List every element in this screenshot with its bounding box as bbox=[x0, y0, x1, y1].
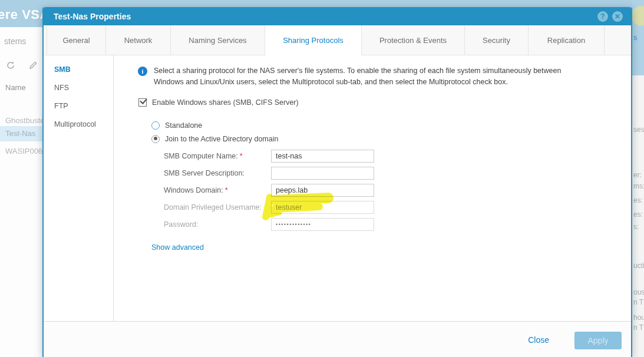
windows-domain-input[interactable] bbox=[271, 184, 374, 197]
windows-domain-label: Windows Domain:* bbox=[164, 186, 271, 194]
bg-text-fragment: ous bbox=[633, 288, 644, 296]
enable-smb-checkbox[interactable] bbox=[138, 98, 147, 107]
form-row-computer-name: SMB Computer Name:* bbox=[164, 148, 617, 165]
bg-text-fragment: ses bbox=[633, 125, 644, 134]
bg-text-fragment: er: bbox=[633, 171, 642, 179]
server-description-input[interactable] bbox=[271, 167, 374, 180]
page-title-fragment: stems bbox=[4, 37, 26, 46]
domain-mode-radio-group: Standalone Join to the Active Directory … bbox=[151, 121, 617, 143]
table-row-selected[interactable]: Test-Nas bbox=[0, 126, 42, 141]
name-column-header: Name bbox=[5, 83, 26, 92]
dialog-title: Test-Nas Properties bbox=[54, 12, 131, 21]
form-row-windows-domain: Windows Domain:* bbox=[164, 182, 617, 199]
bg-text-fragment: es: bbox=[633, 196, 643, 204]
dialog-footer: Close Apply bbox=[44, 321, 631, 357]
tab-naming-services[interactable]: Naming Services bbox=[171, 25, 265, 55]
smb-form: SMB Computer Name:* SMB Server Descripti… bbox=[164, 148, 617, 233]
tab-security[interactable]: Security bbox=[465, 25, 529, 55]
radio-standalone-label: Standalone bbox=[165, 121, 202, 130]
bg-text-fragment: ucti bbox=[633, 262, 644, 270]
computer-name-label: SMB Computer Name:* bbox=[164, 152, 271, 160]
form-row-privileged-username: Domain Privileged Username: bbox=[164, 199, 617, 216]
enable-smb-label: Enable Windows shares (SMB, CIFS Server) bbox=[152, 98, 299, 107]
help-icon[interactable]: ? bbox=[597, 11, 608, 22]
protocol-subnav: SMB NFS FTP Multiprotocol bbox=[44, 55, 114, 321]
required-asterisk: * bbox=[225, 186, 228, 194]
apply-button[interactable]: Apply bbox=[574, 332, 622, 349]
background-left-panel bbox=[0, 27, 42, 357]
screen: ere VSA stems Name Ghostbuste Test-Nas W… bbox=[0, 0, 644, 357]
radio-standalone[interactable]: Standalone bbox=[151, 121, 617, 130]
radio-join-domain[interactable]: Join to the Active Directory domain bbox=[151, 135, 617, 143]
privileged-username-input[interactable] bbox=[271, 201, 374, 214]
background-toolbar bbox=[6, 61, 38, 72]
form-row-server-description: SMB Server Description: bbox=[164, 165, 617, 182]
password-input[interactable] bbox=[271, 218, 374, 231]
close-button[interactable]: Close bbox=[528, 335, 549, 345]
bg-text-fragment: es: bbox=[633, 210, 643, 219]
bg-text-fragment: hou bbox=[633, 313, 644, 322]
properties-dialog: Test-Nas Properties ? ✕ General Network … bbox=[42, 7, 632, 357]
tab-bar: General Network Naming Services Sharing … bbox=[44, 25, 631, 55]
tab-general[interactable]: General bbox=[47, 25, 106, 55]
dialog-titlebar: Test-Nas Properties ? ✕ bbox=[44, 7, 631, 25]
tab-sharing-protocols[interactable]: Sharing Protocols bbox=[265, 25, 362, 55]
bg-text-fragment: n T bbox=[633, 323, 643, 332]
radio-standalone-button[interactable] bbox=[151, 121, 160, 130]
password-label: Password: bbox=[164, 220, 271, 229]
computer-name-input[interactable] bbox=[271, 150, 374, 163]
server-description-label: SMB Server Description: bbox=[164, 169, 271, 177]
table-row[interactable]: WASIP006 bbox=[0, 144, 42, 159]
subnav-item-smb[interactable]: SMB bbox=[44, 61, 113, 79]
close-icon[interactable]: ✕ bbox=[612, 11, 623, 22]
radio-join-domain-button[interactable] bbox=[151, 135, 160, 143]
subnav-item-nfs[interactable]: NFS bbox=[44, 79, 113, 97]
dialog-body: SMB NFS FTP Multiprotocol i Select a sha… bbox=[44, 55, 631, 321]
subnav-item-ftp[interactable]: FTP bbox=[44, 97, 113, 115]
form-row-password: Password: bbox=[164, 216, 617, 233]
bg-text-fragment: s: bbox=[633, 223, 639, 231]
tab-network[interactable]: Network bbox=[106, 25, 171, 55]
edit-pencil-icon[interactable] bbox=[28, 61, 38, 72]
info-icon: i bbox=[138, 67, 147, 76]
refresh-icon[interactable] bbox=[6, 61, 15, 72]
tab-protection-events[interactable]: Protection & Events bbox=[362, 25, 465, 55]
info-text: Select a sharing protocol for the NAS se… bbox=[154, 65, 591, 88]
bg-text-fragment: n T bbox=[633, 298, 643, 306]
bg-text-fragment: ms: bbox=[633, 182, 644, 190]
subnav-item-multiprotocol[interactable]: Multiprotocol bbox=[44, 115, 113, 134]
bg-text-fragment: s bbox=[633, 33, 638, 42]
radio-join-domain-label: Join to the Active Directory domain bbox=[165, 135, 278, 143]
required-asterisk: * bbox=[240, 152, 243, 160]
enable-smb-checkbox-row[interactable]: Enable Windows shares (SMB, CIFS Server) bbox=[138, 98, 617, 107]
info-banner: i Select a sharing protocol for the NAS … bbox=[138, 65, 617, 88]
show-advanced-link[interactable]: Show advanced bbox=[151, 243, 204, 252]
privileged-username-label: Domain Privileged Username: bbox=[164, 203, 271, 211]
smb-panel: i Select a sharing protocol for the NAS … bbox=[114, 55, 631, 321]
tab-spacer bbox=[605, 25, 631, 55]
tab-replication[interactable]: Replication bbox=[529, 25, 605, 55]
